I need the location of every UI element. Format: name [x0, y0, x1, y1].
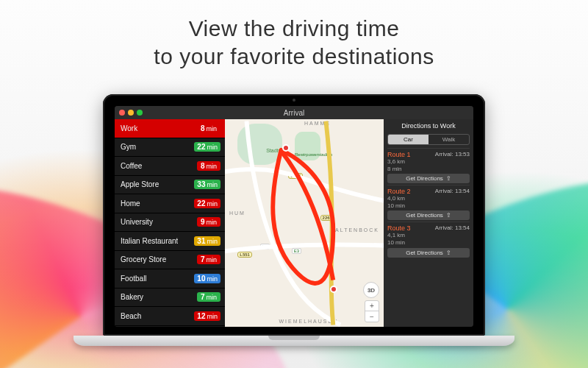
route-arrival: Arrival: 13:53 — [435, 151, 470, 158]
destination-row[interactable]: Italian Restaurant31min — [115, 232, 225, 251]
promo-headline: View the driving time to your favorite d… — [0, 0, 588, 70]
route-distance: 4,0 km — [387, 195, 470, 202]
route-arrival: Arrival: 13:54 — [435, 188, 470, 195]
time-badge: 8min — [197, 161, 220, 171]
destination-name: Football — [121, 275, 147, 283]
route-name: Route 1 — [387, 151, 411, 158]
window-title: Arrival — [115, 109, 473, 117]
destination-name: Beach — [121, 312, 141, 320]
route-name: Route 2 — [387, 188, 411, 195]
destination-row[interactable]: Coffee8min — [115, 157, 225, 176]
get-directions-button[interactable]: Get Directions⇪ — [387, 174, 470, 183]
destination-row[interactable]: Work8min — [115, 119, 225, 138]
destination-row[interactable]: Gym22min — [115, 138, 225, 158]
directions-panel: Directions to Work Car Walk Route 1Arriv… — [384, 119, 473, 327]
destination-name: University — [121, 218, 153, 226]
mode-segmented: Car Walk — [387, 134, 470, 145]
time-badge: 31min — [194, 236, 220, 246]
laptop-mock: Arrival Work8minGym22minCoffee8minApple … — [103, 94, 485, 346]
destination-row[interactable]: Apple Store33min — [115, 176, 225, 195]
headline-line-2: to your favorite destinations — [0, 43, 588, 71]
map-view[interactable]: HUM WIEMELHAUSEN ALTENBOCK HAMME Stadtpa… — [225, 119, 384, 327]
map-zoom-in[interactable]: + — [365, 301, 379, 311]
destination-name: Italian Restaurant — [121, 237, 178, 245]
route-option[interactable]: Route 3Arrival: 13:544,1 km10 minGet Dir… — [387, 222, 470, 258]
laptop-screen-frame: Arrival Work8minGym22minCoffee8minApple … — [103, 94, 485, 336]
map-3d-button[interactable]: 3D — [363, 282, 379, 298]
destination-name: Bakery — [121, 293, 143, 301]
destinations-list: Work8minGym22minCoffee8minApple Store33m… — [115, 119, 225, 327]
route-arrival: Arrival: 13:54 — [435, 224, 470, 232]
route-duration: 10 min — [387, 202, 470, 210]
route-option[interactable]: Route 2Arrival: 13:544,0 km10 minGet Dir… — [387, 185, 470, 222]
share-icon[interactable]: ⇪ — [446, 250, 451, 256]
share-icon[interactable]: ⇪ — [446, 175, 451, 182]
mode-walk[interactable]: Walk — [429, 135, 469, 144]
time-badge: 22min — [194, 199, 220, 208]
destination-row[interactable]: Home22min — [115, 194, 225, 213]
map-roads-svg — [225, 119, 384, 327]
laptop-notch — [268, 336, 320, 340]
time-badge: 12min — [194, 311, 220, 321]
headline-line-1: View the driving time — [0, 15, 588, 43]
destination-row[interactable]: Grocery Store7min — [115, 251, 225, 270]
laptop-camera — [293, 99, 295, 102]
destination-name: Coffee — [121, 162, 142, 170]
destination-row[interactable]: Football10min — [115, 269, 225, 289]
map-zoom-control: + − — [365, 300, 379, 322]
destination-row[interactable]: Bakery7min — [115, 289, 225, 308]
time-badge: 7min — [197, 292, 220, 302]
map-pin-origin[interactable] — [282, 144, 290, 152]
laptop-base — [74, 336, 514, 346]
time-badge: 7min — [197, 255, 220, 264]
map-pin-destination[interactable] — [330, 286, 337, 293]
time-badge: 9min — [197, 217, 220, 227]
time-badge: 10min — [194, 274, 220, 283]
window-titlebar: Arrival — [115, 106, 473, 119]
destination-name: Gym — [121, 143, 136, 151]
route-name: Route 3 — [387, 224, 411, 232]
route-option[interactable]: Route 1Arrival: 13:533,6 km8 minGet Dire… — [387, 148, 470, 185]
app-window: Arrival Work8minGym22minCoffee8minApple … — [115, 106, 473, 327]
directions-heading: Directions to Work — [387, 122, 470, 130]
destination-name: Grocery Store — [121, 255, 166, 263]
share-icon[interactable]: ⇪ — [446, 212, 451, 219]
time-badge: 22min — [194, 142, 220, 152]
route-distance: 3,6 km — [387, 158, 470, 166]
map-zoom-out[interactable]: − — [365, 311, 379, 322]
mode-car[interactable]: Car — [388, 135, 429, 144]
destination-row[interactable]: Beach12min — [115, 307, 225, 326]
route-duration: 10 min — [387, 239, 470, 247]
destination-name: Work — [121, 124, 137, 132]
destination-name: Home — [121, 199, 140, 208]
route-duration: 8 min — [387, 166, 470, 173]
time-badge: 33min — [194, 180, 220, 189]
route-distance: 4,1 km — [387, 232, 470, 239]
destination-row[interactable]: University9min — [115, 213, 225, 233]
get-directions-button[interactable]: Get Directions⇪ — [387, 210, 470, 220]
destination-name: Apple Store — [121, 180, 159, 188]
time-badge: 8min — [197, 124, 220, 133]
get-directions-button[interactable]: Get Directions⇪ — [387, 248, 470, 258]
